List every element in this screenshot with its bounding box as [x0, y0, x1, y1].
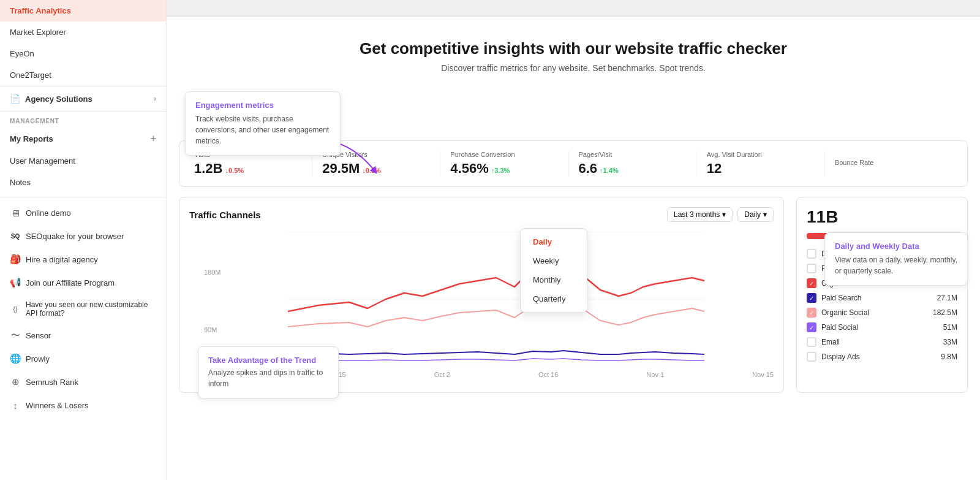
tooltip-engagement: Engagement metrics Track website visits,…	[185, 91, 341, 156]
prowly-icon: 🌐	[10, 353, 21, 364]
sidebar-item-online-demo[interactable]: 🖥 Online demo	[0, 201, 166, 224]
hire-agency-icon: 🎒	[10, 254, 21, 265]
checkbox-referral[interactable]	[807, 264, 816, 273]
sidebar-item-semrush-rank[interactable]: ⊕ Semrush Rank	[0, 370, 166, 394]
metric-visits-change: 0.5%	[225, 167, 244, 174]
add-report-icon[interactable]: +	[151, 133, 156, 144]
hero-section: Get competitive insights with our websit…	[167, 17, 980, 85]
tooltip-trend-body: Analyze spikes and dips in traffic to in…	[208, 367, 328, 389]
chart-header: Traffic Channels Last 3 months ▾ Daily ▾	[189, 207, 774, 222]
api-icon: {}	[10, 303, 21, 314]
metric-visits-value: 1.2B 0.5%	[194, 161, 302, 177]
sidebar-item-notes[interactable]: Notes	[0, 172, 166, 193]
tooltip-daily-title: Daily and Weekly Data	[835, 242, 957, 251]
total-traffic: 11B	[807, 207, 957, 227]
sidebar-item-one2target[interactable]: One2Target	[0, 64, 166, 86]
sidebar-item-sensor[interactable]: 〜 Sensor	[0, 324, 166, 347]
checkbox-email[interactable]	[807, 337, 816, 347]
topbar	[167, 0, 980, 17]
agency-solutions-button[interactable]: 📄 Agency Solutions ›	[0, 86, 166, 112]
tooltip-engagement-body: Track website visits, purchase conversio…	[195, 113, 330, 147]
content-area: Engagement metrics Track website visits,…	[167, 85, 980, 480]
checkbox-organic-social[interactable]: ✓	[807, 308, 816, 318]
agency-solutions-label: Agency Solutions	[25, 94, 92, 104]
sidebar-item-affiliate[interactable]: 📢 Join our Affiliate Program	[0, 271, 166, 294]
chart-container: Traffic Channels Last 3 months ▾ Daily ▾	[179, 197, 784, 393]
market-explorer-label: Market Explorer	[10, 28, 66, 37]
sidebar-item-winners-losers[interactable]: ↕ Winners & Losers	[0, 394, 166, 417]
notes-label: Notes	[10, 178, 31, 187]
user-management-label: User Management	[10, 156, 75, 166]
winners-losers-icon: ↕	[10, 400, 21, 411]
dropdown-item-daily[interactable]: Daily	[521, 232, 587, 251]
sidebar-item-seoquake[interactable]: SQ SEOquake for your browser	[0, 224, 166, 248]
online-demo-icon: 🖥	[10, 207, 21, 218]
main-content: Get competitive insights with our websit…	[167, 0, 980, 480]
sidebar-item-prowly[interactable]: 🌐 Prowly	[0, 347, 166, 370]
tooltip-trend-title: Take Advantage of the Trend	[208, 356, 328, 365]
sidebar-item-eyeon[interactable]: EyeOn	[0, 43, 166, 64]
seoquake-icon: SQ	[10, 230, 21, 242]
granularity-selector[interactable]: Daily ▾	[737, 207, 774, 222]
hero-subtitle: Discover traffic metrics for any website…	[179, 63, 968, 73]
chart-area: Traffic Channels Last 3 months ▾ Daily ▾	[179, 197, 968, 393]
dropdown-item-weekly[interactable]: Weekly	[521, 251, 587, 270]
my-reports-label: My Reports	[10, 134, 53, 143]
sidebar-item-market-explorer[interactable]: Market Explorer	[0, 21, 166, 43]
metric-avg-visit: Avg. Visit Duration 12	[697, 151, 825, 177]
checkbox-direct[interactable]	[807, 249, 816, 259]
right-panel: 11B Direct 8B	[796, 197, 968, 393]
tooltip-trend: Take Advantage of the Trend Analyze spik…	[198, 346, 339, 398]
affiliate-icon: 📢	[10, 277, 21, 288]
chevron-down-icon-2: ▾	[763, 210, 767, 219]
channel-email: Email 33M	[807, 337, 957, 347]
sidebar: Traffic Analytics Market Explorer EyeOn …	[0, 0, 167, 480]
sidebar-item-api[interactable]: {} Have you seen our new customizable AP…	[0, 294, 166, 324]
metric-purchase-conversion: Purchase Conversion 4.56% 3.3%	[440, 151, 568, 177]
channel-display-ads: Display Ads 9.8M	[807, 352, 957, 362]
one2target-label: One2Target	[10, 70, 51, 80]
period-dropdown: Daily Weekly Monthly Quarterly	[520, 228, 587, 313]
metric-bounce-rate: Bounce Rate	[825, 159, 952, 169]
chevron-right-icon: ›	[154, 94, 156, 103]
agency-icon: 📄	[10, 94, 20, 104]
chevron-down-icon: ▾	[722, 210, 726, 219]
checkbox-display-ads[interactable]	[807, 352, 816, 362]
channel-organic-social: ✓ Organic Social 182.5M	[807, 308, 957, 318]
period-selector[interactable]: Last 3 months ▾	[667, 207, 733, 222]
channel-paid-search: ✓ Paid Search 27.1M	[807, 293, 957, 303]
sidebar-item-traffic-analytics[interactable]: Traffic Analytics	[0, 0, 166, 21]
eyeon-label: EyeOn	[10, 49, 34, 58]
metric-pages-visit: Pages/Visit 6.6 1.4%	[569, 151, 697, 177]
checkbox-organic-search[interactable]: ✓	[807, 278, 816, 288]
sidebar-item-user-management[interactable]: User Management	[0, 150, 166, 172]
divider-1	[0, 197, 166, 197]
sidebar-item-hire-agency[interactable]: 🎒 Hire a digital agency	[0, 248, 166, 271]
dropdown-item-quarterly[interactable]: Quarterly	[521, 289, 587, 308]
checkbox-paid-search[interactable]: ✓	[807, 293, 816, 303]
tooltip-daily: Daily and Weekly Data View data on a dai…	[824, 232, 968, 286]
my-reports-row[interactable]: My Reports +	[0, 127, 166, 150]
traffic-analytics-label: Traffic Analytics	[10, 6, 71, 15]
management-section-label: MANAGEMENT	[0, 112, 166, 127]
semrush-rank-icon: ⊕	[10, 376, 21, 387]
checkbox-paid-social[interactable]: ✓	[807, 322, 816, 332]
chart-controls: Last 3 months ▾ Daily ▾	[667, 207, 774, 222]
dropdown-item-monthly[interactable]: Monthly	[521, 270, 587, 289]
hero-title: Get competitive insights with our websit…	[179, 39, 968, 58]
chart-title: Traffic Channels	[189, 210, 261, 220]
sensor-icon: 〜	[10, 330, 21, 341]
tooltip-engagement-title: Engagement metrics	[195, 101, 330, 110]
tooltip-daily-body: View data on a daily, weekly, monthly, o…	[835, 254, 957, 276]
channel-paid-social: ✓ Paid Social 51M	[807, 322, 957, 332]
